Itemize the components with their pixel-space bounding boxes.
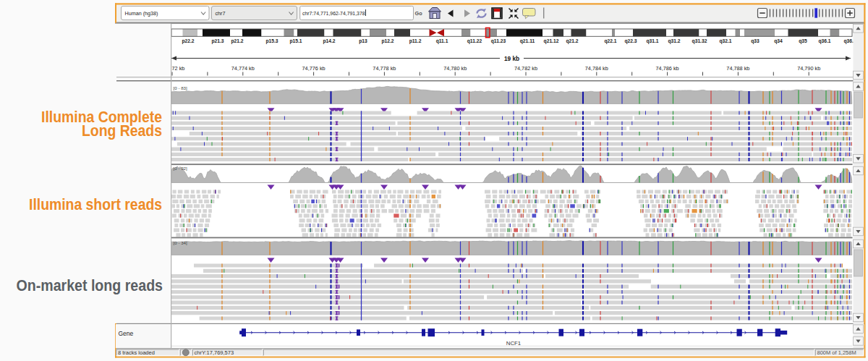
svg-text:chr7:74,771,962-74,791,378: chr7:74,771,962-74,791,378: [302, 11, 365, 16]
svg-text:q33: q33: [751, 38, 760, 44]
svg-text:p21.2: p21.2: [231, 38, 243, 44]
svg-text:19 kb: 19 kb: [504, 55, 519, 62]
svg-text:q21.11: q21.11: [520, 38, 535, 44]
svg-text:q21.12: q21.12: [544, 38, 559, 44]
svg-text:p22.2: p22.2: [182, 38, 194, 44]
svg-text:q36.1: q36.1: [818, 38, 830, 44]
svg-text:q22.1: q22.1: [604, 38, 616, 44]
svg-text:On-market long reads: On-market long reads: [17, 276, 163, 294]
svg-text:8 tracks loaded: 8 tracks loaded: [118, 349, 155, 356]
svg-text:q11.1: q11.1: [436, 38, 448, 44]
svg-text:q22.3: q22.3: [624, 38, 637, 44]
svg-text:p11.2: p11.2: [409, 38, 422, 44]
svg-text:74,778 kb: 74,778 kb: [373, 65, 396, 72]
svg-text:chrY:17,769,573: chrY:17,769,573: [195, 349, 234, 356]
svg-text:[0 - 92]: [0 - 92]: [174, 166, 188, 171]
svg-text:74,782 kb: 74,782 kb: [514, 65, 537, 72]
svg-text:p12.2: p12.2: [381, 38, 393, 44]
svg-text:chr7: chr7: [216, 10, 226, 17]
svg-text:q31.2: q31.2: [668, 38, 680, 44]
svg-text:74,780 kb: 74,780 kb: [443, 65, 467, 72]
svg-text:q11.22: q11.22: [467, 38, 482, 44]
svg-text:q35: q35: [799, 38, 807, 44]
svg-text:74,786 kb: 74,786 kb: [656, 65, 679, 72]
svg-text:q34: q34: [774, 38, 783, 44]
svg-text:q31.1: q31.1: [646, 38, 658, 44]
svg-text:p15.3: p15.3: [265, 38, 278, 44]
svg-text:Illumina short reads: Illumina short reads: [29, 195, 162, 213]
svg-text:p21.3: p21.3: [211, 38, 224, 44]
svg-text:q11.23: q11.23: [491, 38, 506, 44]
svg-text:74,784 kb: 74,784 kb: [585, 65, 608, 72]
svg-text:p13: p13: [359, 38, 367, 44]
svg-text:[0 - 83]: [0 - 83]: [174, 85, 188, 90]
svg-text:p15.1: p15.1: [289, 38, 302, 44]
svg-text:72 kb: 72 kb: [172, 65, 185, 72]
svg-text:p14.2: p14.2: [323, 38, 335, 44]
svg-text:q31.32: q31.32: [692, 38, 707, 44]
svg-text:Long Reads: Long Reads: [82, 122, 162, 140]
svg-text:800M of 1,258M: 800M of 1,258M: [817, 349, 856, 356]
svg-text:74,790 kb: 74,790 kb: [797, 65, 820, 72]
svg-text:q32.1: q32.1: [719, 38, 731, 44]
svg-text:Human (hg38): Human (hg38): [125, 10, 158, 17]
svg-text:Go: Go: [415, 10, 423, 17]
svg-text:NCF1: NCF1: [506, 340, 521, 347]
svg-text:[0 - 34]: [0 - 34]: [174, 240, 188, 245]
svg-text:Gene: Gene: [119, 330, 134, 337]
svg-text:q21.2: q21.2: [566, 38, 578, 44]
svg-text:74,788 kb: 74,788 kb: [726, 65, 749, 72]
svg-text:74,774 kb: 74,774 kb: [231, 65, 255, 72]
svg-text:74,776 kb: 74,776 kb: [302, 65, 326, 72]
